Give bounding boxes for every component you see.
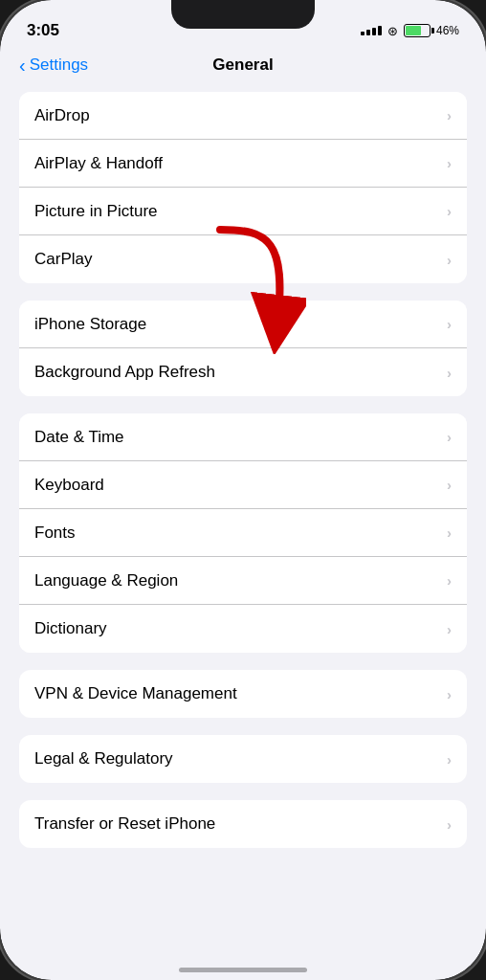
settings-item-label-airdrop: AirDrop xyxy=(34,106,90,125)
back-chevron-icon: ‹ xyxy=(19,56,26,75)
notch xyxy=(171,0,315,29)
back-label: Settings xyxy=(30,56,88,75)
page-title: General xyxy=(212,56,273,75)
settings-group-6: Transfer or Reset iPhone › xyxy=(0,800,486,848)
settings-item-airdrop[interactable]: AirDrop › xyxy=(19,92,467,140)
settings-item-right-dictionary: › xyxy=(447,621,452,637)
settings-item-label-dictionary: Dictionary xyxy=(34,619,107,638)
signal-icon xyxy=(361,26,382,35)
settings-item-label-bg-refresh: Background App Refresh xyxy=(34,363,215,382)
settings-item-iphone-storage[interactable]: iPhone Storage › xyxy=(19,301,467,348)
settings-group-2: iPhone Storage › Background App Refresh … xyxy=(0,301,486,396)
settings-item-legal[interactable]: Legal & Regulatory › xyxy=(19,735,467,783)
settings-item-right-transfer: › xyxy=(447,816,452,833)
settings-item-keyboard[interactable]: Keyboard › xyxy=(19,461,467,509)
settings-item-label-language: Language & Region xyxy=(34,571,178,590)
settings-item-label-transfer: Transfer or Reset iPhone xyxy=(34,814,215,834)
settings-item-label-legal: Legal & Regulatory xyxy=(34,749,173,768)
settings-list-6: Transfer or Reset iPhone › xyxy=(19,800,467,848)
settings-group-3: Date & Time › Keyboard › Fonts xyxy=(0,413,486,653)
settings-item-carplay[interactable]: CarPlay › xyxy=(19,235,467,283)
settings-item-label-fonts: Fonts xyxy=(34,523,76,543)
settings-item-label-keyboard: Keyboard xyxy=(34,476,104,495)
battery-indicator: 46% xyxy=(404,24,459,37)
settings-content: AirDrop › AirPlay & Handoff › Picture in… xyxy=(0,82,486,957)
status-icons: ⊛ 46% xyxy=(361,24,459,38)
settings-item-background-app-refresh[interactable]: Background App Refresh › xyxy=(19,348,467,396)
settings-item-airplay-handoff[interactable]: AirPlay & Handoff › xyxy=(19,140,467,188)
settings-item-transfer-reset[interactable]: Transfer or Reset iPhone › xyxy=(19,800,467,848)
chevron-right-icon: › xyxy=(447,429,452,445)
settings-item-fonts[interactable]: Fonts › xyxy=(19,509,467,557)
settings-list-1: AirDrop › AirPlay & Handoff › Picture in… xyxy=(19,92,467,283)
settings-item-right-pip: › xyxy=(447,203,452,219)
home-indicator xyxy=(179,968,307,972)
settings-item-label-pip: Picture in Picture xyxy=(34,202,158,221)
wifi-icon: ⊛ xyxy=(387,24,398,38)
settings-list-5: Legal & Regulatory › xyxy=(19,735,467,783)
battery-percentage: 46% xyxy=(436,24,459,37)
settings-item-right-carplay: › xyxy=(447,252,452,268)
settings-item-dictionary[interactable]: Dictionary › xyxy=(19,605,467,653)
chevron-right-icon: › xyxy=(447,107,452,123)
settings-item-right-vpn: › xyxy=(447,686,452,702)
settings-group-5: Legal & Regulatory › xyxy=(0,735,486,783)
settings-item-picture-in-picture[interactable]: Picture in Picture › xyxy=(19,188,467,235)
chevron-right-icon: › xyxy=(447,155,452,171)
settings-group-1: AirDrop › AirPlay & Handoff › Picture in… xyxy=(0,92,486,283)
chevron-right-icon: › xyxy=(447,572,452,589)
settings-item-right-fonts: › xyxy=(447,524,452,541)
settings-item-right-bg-refresh: › xyxy=(447,365,452,381)
settings-item-label-vpn: VPN & Device Management xyxy=(34,684,237,703)
settings-item-right-keyboard: › xyxy=(447,477,452,493)
chevron-right-icon: › xyxy=(447,477,452,493)
settings-item-date-time[interactable]: Date & Time › xyxy=(19,413,467,461)
phone-frame: 3:05 ⊛ 46% ‹ S xyxy=(0,0,486,980)
settings-item-right-legal: › xyxy=(447,751,452,768)
chevron-right-icon: › xyxy=(447,365,452,381)
phone-screen: 3:05 ⊛ 46% ‹ S xyxy=(0,0,486,980)
chevron-right-icon: › xyxy=(447,203,452,219)
nav-bar: ‹ Settings General xyxy=(0,48,486,82)
chevron-right-icon: › xyxy=(447,524,452,541)
settings-item-label-carplay: CarPlay xyxy=(34,250,92,269)
settings-item-label-date: Date & Time xyxy=(34,428,124,447)
chevron-right-icon: › xyxy=(447,252,452,268)
status-time: 3:05 xyxy=(27,21,59,40)
settings-item-language-region[interactable]: Language & Region › xyxy=(19,557,467,605)
settings-list-4: VPN & Device Management › xyxy=(19,670,467,718)
settings-item-vpn[interactable]: VPN & Device Management › xyxy=(19,670,467,718)
chevron-right-icon: › xyxy=(447,621,452,637)
settings-item-label-storage: iPhone Storage xyxy=(34,315,146,334)
chevron-right-icon: › xyxy=(447,816,452,833)
chevron-right-icon: › xyxy=(447,316,452,332)
settings-item-right-language: › xyxy=(447,572,452,589)
settings-item-right-airplay: › xyxy=(447,155,452,171)
chevron-right-icon: › xyxy=(447,751,452,768)
settings-item-right-airdrop: › xyxy=(447,107,452,123)
settings-item-right-storage: › xyxy=(447,316,452,332)
settings-group-4: VPN & Device Management › xyxy=(0,670,486,718)
chevron-right-icon: › xyxy=(447,686,452,702)
back-button[interactable]: ‹ Settings xyxy=(19,56,88,75)
settings-item-label-airplay: AirPlay & Handoff xyxy=(34,154,163,173)
settings-item-right-date: › xyxy=(447,429,452,445)
settings-list-2: iPhone Storage › Background App Refresh … xyxy=(19,301,467,396)
settings-list-3: Date & Time › Keyboard › Fonts xyxy=(19,413,467,653)
